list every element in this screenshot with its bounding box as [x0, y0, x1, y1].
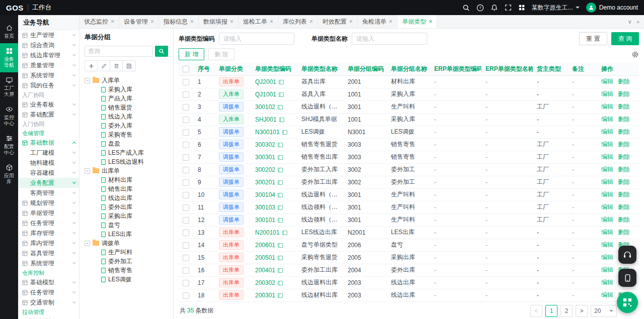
column-header[interactable]: ERP单据类型名称	[481, 63, 533, 75]
delete-group-button[interactable]	[110, 61, 123, 71]
code-link[interactable]: 300101	[255, 217, 275, 224]
rail-item-config-center[interactable]: 配置中心	[0, 131, 18, 160]
edit-link[interactable]: 编辑	[601, 153, 613, 160]
sidebar-item[interactable]: 交通管制	[18, 297, 79, 307]
delete-link[interactable]: 删除	[618, 128, 630, 135]
edit-link[interactable]: 编辑	[601, 78, 613, 85]
row-checkbox[interactable]	[183, 167, 189, 173]
sidebar-item[interactable]: 任务管理	[18, 287, 79, 297]
code-link[interactable]: 300302	[255, 141, 275, 148]
delete-link[interactable]: 删除	[618, 216, 630, 223]
rail-item-app-library[interactable]: 应用库	[0, 160, 18, 189]
copy-icon[interactable]	[282, 231, 286, 235]
close-icon[interactable]: ×	[389, 19, 392, 25]
edit-link[interactable]: 编辑	[601, 291, 613, 298]
table-row[interactable]: 13出库单N200101LES线边出库N2001LES出库----编辑删除	[179, 226, 639, 239]
search-icon[interactable]	[462, 4, 470, 12]
close-icon[interactable]: ×	[230, 19, 233, 25]
code-link[interactable]: 200302	[255, 279, 275, 286]
tab-item[interactable]: 免检清单×	[358, 15, 397, 28]
copy-icon[interactable]	[278, 256, 282, 260]
table-row[interactable]: 3调拨单300102线边退料（管...3001生产叫料--工厂-编辑删除	[179, 100, 639, 113]
tree-folder[interactable]: −出库单	[85, 166, 168, 175]
tree-search-button[interactable]	[155, 46, 168, 57]
table-row[interactable]: 7调拨单300301销售寄售出库3003销售寄售--工厂-编辑删除	[179, 151, 639, 163]
search-button[interactable]: 查 询	[611, 32, 639, 45]
tree-leaf[interactable]: LES线边退料	[85, 157, 168, 166]
filter-name-input[interactable]	[352, 33, 427, 45]
row-checkbox[interactable]	[183, 242, 189, 249]
tree-leaf[interactable]: 盘盈	[85, 139, 168, 148]
rail-item-home[interactable]: 首页	[0, 20, 18, 43]
copy-icon[interactable]	[278, 143, 282, 147]
edit-link[interactable]: 编辑	[601, 254, 613, 261]
sidebar-subitem[interactable]: 业务配置	[18, 178, 79, 188]
tree-leaf[interactable]: 盘亏	[85, 221, 168, 230]
row-checkbox[interactable]	[183, 104, 189, 111]
next-page-button[interactable]: >	[576, 305, 588, 317]
column-header[interactable]: 单据分类	[215, 63, 251, 75]
copy-icon[interactable]	[278, 243, 282, 248]
table-row[interactable]: 4入库单SHJ001SHJ模具单据1001采购入库----编辑删除	[179, 113, 639, 126]
sidebar-subitem[interactable]: 容器建模	[18, 168, 79, 178]
page-button[interactable]: 2	[560, 305, 573, 317]
column-header[interactable]: 序号	[194, 63, 215, 75]
tree-leaf[interactable]: 线边出库	[85, 193, 168, 202]
tree-leaf[interactable]: 材料出库	[85, 175, 168, 184]
device-button[interactable]	[618, 269, 636, 287]
sidebar-subitem[interactable]: 物料建模	[18, 158, 79, 168]
tree-leaf[interactable]: 委外加工	[85, 257, 168, 266]
table-row[interactable]: 10调拨单300104线边退料（不...3001生产叫料--工厂-编辑删除	[179, 188, 639, 201]
close-icon[interactable]: ×	[111, 19, 114, 25]
rail-item-business-nav[interactable]: 业务导航	[0, 43, 18, 72]
code-link[interactable]: 200401	[255, 267, 275, 274]
copy-icon[interactable]	[278, 281, 282, 285]
table-row[interactable]: 2入库单QJ1001器具入库1001采购入库----编辑删除	[179, 88, 639, 100]
column-header[interactable]: 单据分组编码	[344, 63, 387, 75]
edit-link[interactable]: 编辑	[601, 128, 613, 135]
tree-leaf[interactable]: 销售出库	[85, 184, 168, 193]
sidebar-item[interactable]: 线边库管理	[18, 50, 79, 60]
tree-leaf[interactable]: 产品入库	[85, 94, 168, 103]
row-checkbox[interactable]	[183, 154, 189, 161]
collapse-icon[interactable]: −	[85, 241, 90, 246]
apps-grid-icon[interactable]	[518, 4, 525, 11]
row-checkbox[interactable]	[183, 179, 189, 186]
tab-item[interactable]: 状态监控×	[79, 15, 119, 28]
qr-code-button[interactable]	[617, 292, 638, 313]
table-row[interactable]: 5调拨单N300101LES调拨N3001LES调拨----编辑删除	[179, 126, 639, 138]
support-headset-button[interactable]	[618, 246, 636, 264]
tree-leaf[interactable]: 采购入库	[85, 85, 168, 94]
copy-icon[interactable]	[278, 218, 282, 223]
edit-link[interactable]: 编辑	[601, 229, 613, 236]
collapse-icon[interactable]: −	[85, 168, 90, 174]
tree-folder[interactable]: −入库单	[85, 76, 168, 85]
copy-icon[interactable]	[278, 155, 282, 160]
edit-group-button[interactable]	[98, 61, 110, 71]
column-header[interactable]: 备注	[568, 63, 597, 75]
code-link[interactable]: 200301	[255, 292, 275, 299]
table-row[interactable]: 17出库单200302线边退料出库2003线边出库----编辑删除	[179, 276, 639, 289]
row-checkbox[interactable]	[183, 230, 189, 236]
edit-link[interactable]: 编辑	[601, 241, 613, 248]
save-group-button[interactable]	[123, 61, 135, 71]
copy-icon[interactable]	[278, 180, 282, 185]
row-checkbox[interactable]	[183, 79, 189, 85]
code-link[interactable]: QJ1001	[255, 91, 276, 98]
table-row[interactable]: 11调拨单300103线边领料（不...3001生产叫料--工厂-编辑删除	[179, 201, 639, 214]
batch-delete-button[interactable]: 删 除	[208, 48, 234, 60]
table-row[interactable]: 12调拨单300101线边领料（管...3001生产叫料--工厂-编辑删除	[179, 214, 639, 226]
edit-link[interactable]: 编辑	[601, 116, 613, 123]
copy-icon[interactable]	[278, 168, 282, 172]
add-button[interactable]: 新 增	[179, 48, 204, 60]
delete-link[interactable]: 删除	[618, 166, 630, 173]
sidebar-item[interactable]: 库内管理	[18, 238, 79, 248]
tab-item[interactable]: 时效配置×	[318, 15, 358, 28]
tab-item[interactable]: 数据填报×	[199, 15, 238, 28]
delete-link[interactable]: 删除	[618, 229, 630, 236]
code-link[interactable]: SHJ001	[255, 116, 277, 123]
sidebar-item[interactable]: 拉动看板	[18, 316, 79, 319]
reset-button[interactable]: 重 置	[579, 32, 607, 45]
edit-link[interactable]: 编辑	[601, 191, 613, 198]
copy-icon[interactable]	[278, 268, 282, 273]
